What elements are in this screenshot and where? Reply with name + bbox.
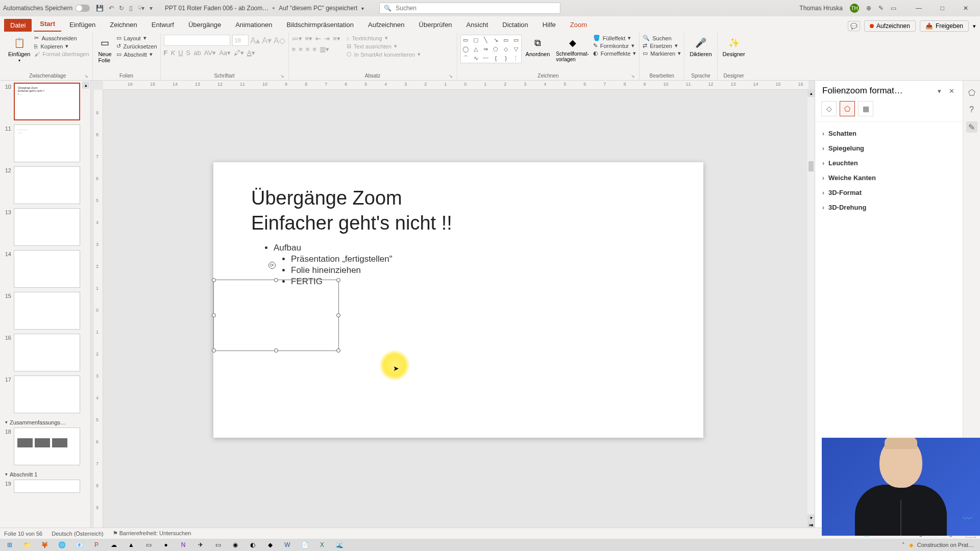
tab-insert[interactable]: Einfügen	[63, 18, 102, 32]
find-button[interactable]: 🔍 Suchen	[643, 35, 681, 41]
taskbar-onenote-icon[interactable]: N	[176, 540, 191, 550]
effect-section[interactable]: 3D-Drehung	[819, 200, 959, 215]
arrange-button[interactable]: ⧉Anordnen	[524, 35, 552, 58]
quick-styles-button[interactable]: ◆Schnellformat- vorlagen	[554, 35, 591, 63]
paste-button[interactable]: 📋Einfügen▾	[6, 35, 32, 64]
thumbnail-13[interactable]	[14, 208, 80, 246]
search-input[interactable]	[396, 5, 556, 12]
sync-icon[interactable]: ⊕	[866, 5, 871, 12]
toggle-switch[interactable]	[76, 5, 90, 12]
taskbar-app-icon[interactable]: ◆	[262, 540, 278, 550]
rail-item[interactable]: ⬠	[966, 87, 977, 98]
tab-file[interactable]: Datei	[4, 19, 32, 32]
taskbar-app-icon[interactable]: ☁	[106, 540, 121, 550]
window-options-icon[interactable]: ▭	[891, 5, 896, 12]
section-1[interactable]: Abschnitt 1	[1, 469, 88, 480]
coming-soon-icon[interactable]: ✎	[878, 5, 884, 12]
slide[interactable]: Übergänge ZoomEinfacher geht's nicht !! …	[213, 162, 703, 438]
document-title[interactable]: PPT 01 Roter Faden 006 - ab Zoom… Auf "d…	[165, 5, 364, 12]
taskbar-obs-icon[interactable]: ◉	[228, 540, 243, 550]
launcher-icon[interactable]: ↘	[84, 73, 88, 79]
taskbar-word-icon[interactable]: W	[280, 540, 295, 550]
size-tab-icon[interactable]: ▦	[858, 101, 873, 116]
slide-thumbnails[interactable]: ▴ 10Übergänge ZoomEinfacher geht's nicht…	[0, 81, 91, 536]
maximize-button[interactable]: □	[931, 1, 953, 15]
tab-transitions[interactable]: Übergänge	[182, 18, 227, 32]
taskbar-app-icon[interactable]: 📄	[297, 540, 312, 550]
rotate-handle-icon[interactable]: ⟳	[268, 262, 276, 269]
designer-button[interactable]: ✨Designer	[721, 35, 747, 58]
close-pane-icon[interactable]: ✕	[945, 87, 958, 95]
user-name[interactable]: Thomas Hruska	[799, 5, 843, 12]
share-button[interactable]: 📤Freigeben	[920, 20, 969, 32]
taskbar-app-icon[interactable]: ◐	[245, 540, 260, 550]
taskbar-chrome-icon[interactable]: 🌐	[54, 540, 69, 550]
effect-section[interactable]: 3D-Format	[819, 185, 959, 200]
layout-button[interactable]: ▭ Layout ▾	[116, 35, 157, 41]
notification-icon[interactable]: ◆	[909, 542, 913, 548]
tab-zoom[interactable]: Zoom	[564, 18, 593, 32]
tab-animations[interactable]: Animationen	[229, 18, 278, 32]
save-icon[interactable]: 💾	[96, 5, 104, 12]
start-button[interactable]: ⊞	[2, 540, 17, 550]
outline-button[interactable]: ✎ Formkontur ▾	[593, 42, 636, 49]
tray-up-icon[interactable]: ˄	[902, 542, 905, 548]
collapse-ribbon-icon[interactable]: ▾	[973, 23, 976, 30]
rail-format-icon[interactable]: ✎	[966, 121, 977, 133]
tab-review[interactable]: Überprüfen	[413, 18, 458, 32]
pane-options-icon[interactable]: ▾	[933, 87, 945, 95]
effect-section[interactable]: Spiegelung	[819, 141, 959, 156]
section-button[interactable]: ▭ Abschnitt ▾	[116, 51, 157, 58]
comments-button[interactable]: 💬	[848, 21, 860, 31]
taskbar-app-icon[interactable]: ●	[158, 540, 174, 550]
taskbar-firefox-icon[interactable]: 🦊	[37, 540, 52, 550]
minimize-button[interactable]: —	[908, 1, 930, 15]
redo-icon[interactable]: ↻	[119, 5, 124, 12]
effects-button[interactable]: ◐ Formeffekte ▾	[593, 50, 636, 57]
tab-home[interactable]: Start	[34, 17, 61, 32]
slide-title[interactable]: Übergänge ZoomEinfacher geht's nicht !!	[251, 186, 452, 236]
fill-line-tab-icon[interactable]: ◇	[821, 101, 837, 116]
thumbnail-15[interactable]	[14, 292, 80, 330]
resize-handle[interactable]	[274, 278, 278, 282]
rail-help-icon[interactable]: ?	[966, 104, 977, 115]
effect-section[interactable]: Leuchten	[819, 156, 959, 170]
tab-draw[interactable]: Zeichnen	[104, 18, 143, 32]
taskbar-powerpoint-icon[interactable]: P	[89, 540, 104, 550]
taskbar-excel-icon[interactable]: X	[314, 540, 330, 550]
thumbnail-16[interactable]	[14, 334, 80, 371]
thumbnail-11[interactable]: ………………	[14, 124, 80, 162]
thumbnail-14[interactable]	[14, 250, 80, 288]
tab-design[interactable]: Entwurf	[145, 18, 180, 32]
tab-record[interactable]: Aufzeichnen	[362, 18, 411, 32]
notification-text[interactable]: Construction on Prat…	[917, 542, 974, 548]
taskbar-edge-icon[interactable]: 🌊	[332, 540, 347, 550]
replace-button[interactable]: ⇄ Ersetzen ▾	[643, 42, 681, 49]
touch-mode-icon[interactable]: ☟▾	[138, 5, 144, 12]
language-status[interactable]: Deutsch (Österreich)	[52, 531, 103, 537]
effect-section[interactable]: Schatten	[819, 126, 959, 141]
launcher-icon[interactable]: ↘	[449, 73, 453, 79]
taskbar-vlc-icon[interactable]: ▲	[124, 540, 139, 550]
cut-button[interactable]: ✂ Ausschneiden	[34, 35, 89, 41]
effects-tab-icon[interactable]: ⬠	[840, 101, 855, 116]
resize-handle[interactable]	[336, 348, 340, 353]
thumbnail-18[interactable]	[14, 428, 80, 465]
tab-help[interactable]: Hilfe	[536, 18, 562, 32]
effect-section[interactable]: Weiche Kanten	[819, 170, 959, 185]
close-button[interactable]: ✕	[954, 1, 977, 15]
taskbar-telegram-icon[interactable]: ✈	[193, 540, 208, 550]
vertical-scrollbar[interactable]: ▴ ▾ ⏮ ⏭	[807, 90, 815, 536]
dictate-button[interactable]: 🎤Diktieren	[688, 35, 714, 58]
scroll-up-icon[interactable]: ▴	[807, 90, 815, 97]
scrollbar-thumb[interactable]	[808, 161, 814, 171]
thumbnail-17[interactable]	[14, 375, 80, 413]
thumbnail-19[interactable]: Our Menu	[14, 480, 80, 493]
resize-handle[interactable]	[336, 278, 340, 282]
resize-handle[interactable]	[336, 313, 340, 317]
qat-more-icon[interactable]: ▾	[150, 5, 153, 12]
launcher-icon[interactable]: ↘	[280, 73, 284, 79]
record-button[interactable]: Aufzeichnen	[864, 20, 916, 32]
selected-zoom-frame[interactable]	[213, 280, 339, 351]
resize-handle[interactable]	[212, 313, 216, 317]
